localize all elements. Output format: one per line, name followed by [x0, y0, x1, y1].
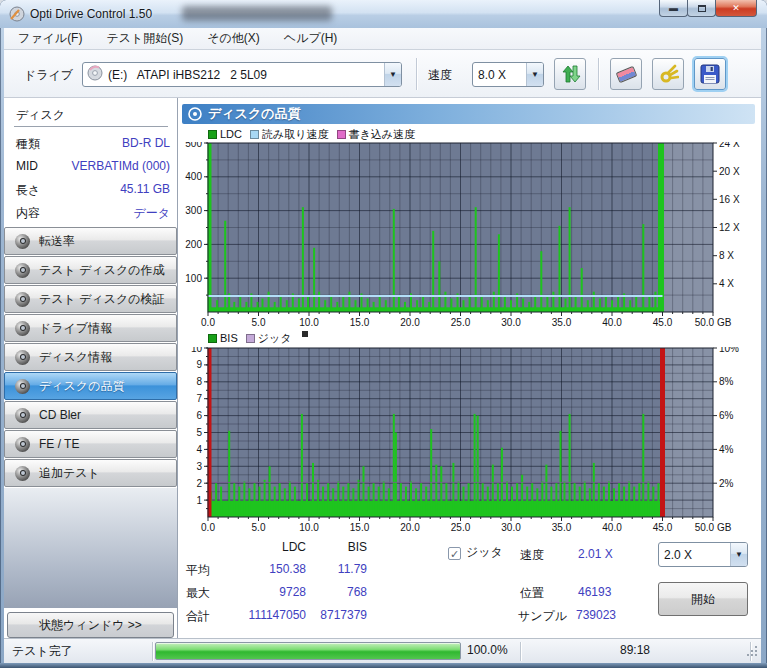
sidebar-item-label: ディスクの品質 [39, 378, 124, 395]
svg-text:10%: 10% [719, 347, 739, 354]
title-blur-smudge [182, 6, 332, 21]
sidebar-item-label: 転送率 [39, 233, 75, 250]
legend-swatch [208, 334, 217, 343]
bis-chart: 123456789102%4%6%8%10%0.05.010.015.020.0… [178, 347, 755, 533]
position-label: 位置 [520, 585, 544, 602]
ldc-max: 9728 [226, 585, 306, 599]
status-window-button[interactable]: 状態ウィンドウ >> [7, 612, 174, 638]
sidebar-item-3[interactable]: ドライブ情報 [4, 314, 177, 342]
svg-text:30.0: 30.0 [501, 522, 521, 533]
row-label-total: 合計 [186, 608, 210, 625]
svg-text:100: 100 [185, 273, 202, 284]
eraser-icon [615, 65, 637, 82]
jitter-checkbox[interactable]: ✓ [448, 547, 461, 560]
maximize-button[interactable] [687, 0, 716, 17]
chevron-down-icon[interactable]: ▼ [526, 63, 543, 86]
speed-label: 速度 [428, 67, 452, 84]
sidebar-item-1[interactable]: テスト ディスクの作成 [4, 256, 177, 284]
svg-text:16 X: 16 X [719, 194, 740, 205]
disc-info-value: 45.11 GB [120, 182, 170, 196]
position-value: 46193 [578, 585, 611, 599]
speed-value: 8.0 X [473, 68, 506, 82]
progress-bar [155, 642, 461, 660]
sidebar: ディスク 種類BD-R DLMIDVERBATIMd (000)長さ45.11 … [4, 98, 178, 638]
window-title: Opti Drive Control 1.50 [30, 7, 152, 21]
sidebar-item-7[interactable]: FE / TE [4, 430, 177, 458]
disc-info-value: BD-R DL [122, 136, 170, 150]
erase-disc-button[interactable] [610, 58, 642, 90]
close-button[interactable]: ✕ [715, 0, 757, 17]
panel-header: ディスクの品質 [182, 104, 755, 124]
svg-text:24 X: 24 X [719, 142, 740, 149]
chevron-down-icon[interactable]: ▼ [384, 63, 401, 86]
test-speed-select[interactable]: 2.0 X ▼ [658, 542, 748, 567]
row-label-max: 最大 [186, 585, 210, 602]
menu-item-2[interactable]: その他(X) [197, 28, 270, 49]
disc-icon [188, 107, 202, 127]
sidebar-item-2[interactable]: テスト ディスクの検証 [4, 285, 177, 313]
legend-item: BIS [208, 332, 238, 344]
svg-text:6%: 6% [719, 410, 734, 421]
sidebar-item-4[interactable]: ディスク情報 [4, 343, 177, 371]
start-button[interactable]: 開始 [658, 582, 748, 616]
legend-item: 読み取り速度 [250, 127, 329, 142]
svg-text:2%: 2% [719, 478, 734, 489]
refresh-button[interactable] [554, 58, 586, 90]
disc-icon [15, 321, 30, 336]
resize-grip[interactable] [747, 646, 758, 660]
sidebar-item-label: 追加テスト [39, 465, 100, 482]
legend-swatch [302, 331, 308, 337]
menu-item-1[interactable]: テスト開始(S) [96, 28, 193, 49]
disc-info-row-2: 長さ45.11 GB [4, 178, 178, 201]
svg-text:15.0: 15.0 [350, 522, 370, 533]
disc-icon [15, 437, 30, 452]
menu-item-0[interactable]: ファイル(F) [8, 28, 92, 49]
sidebar-item-8[interactable]: 追加テスト [4, 459, 177, 487]
drive-value: (E:) ATAPI iHBS212 2 5L09 [103, 68, 267, 82]
sidebar-item-6[interactable]: CD Bler [4, 401, 177, 429]
svg-text:35.0: 35.0 [552, 317, 572, 328]
disc-info-label: 内容 [16, 205, 40, 222]
chevron-down-icon[interactable]: ▼ [730, 543, 747, 566]
svg-text:5.0: 5.0 [252, 317, 266, 328]
sidebar-item-label: ディスク情報 [39, 349, 112, 366]
svg-text:50.0 GB: 50.0 GB [695, 522, 732, 533]
drive-label: ドライブ [24, 67, 73, 84]
legend-swatch [250, 130, 259, 139]
svg-text:4 X: 4 X [719, 278, 734, 289]
sidebar-item-0[interactable]: 転送率 [4, 227, 177, 255]
disc-info-label: 種類 [16, 136, 40, 153]
svg-text:7: 7 [196, 393, 202, 404]
app-window: Opti Drive Control 1.50 ▬ ✕ ファイル(F)テスト開始… [0, 0, 767, 668]
svg-text:8: 8 [196, 376, 202, 387]
svg-text:6: 6 [196, 410, 202, 421]
save-button[interactable] [694, 58, 726, 90]
main-panel: ディスクの品質 LDC読み取り速度書き込み速度 1002003004005004… [178, 98, 761, 638]
legend-swatch [337, 130, 346, 139]
minimize-button[interactable]: ▬ [659, 0, 688, 17]
disc-icon [15, 263, 30, 278]
drive-select[interactable]: (E:) ATAPI iHBS212 2 5L09 ▼ [82, 62, 402, 87]
svg-text:2: 2 [196, 478, 202, 489]
svg-text:0.0: 0.0 [201, 522, 215, 533]
svg-text:4%: 4% [719, 444, 734, 455]
svg-text:1: 1 [196, 495, 202, 506]
col-header-ldc: LDC [226, 540, 306, 554]
sidebar-item-5[interactable]: ディスクの品質 [4, 372, 177, 400]
legend-label: ジッタ [258, 331, 292, 346]
menu-item-3[interactable]: ヘルプ(H) [274, 28, 348, 49]
speed-select[interactable]: 8.0 X ▼ [472, 62, 544, 87]
window-frame-bottom [0, 663, 767, 668]
refresh-icon [559, 63, 581, 85]
eject-button[interactable] [652, 58, 684, 90]
ldc-chart: 1002003004005004 X8 X12 X16 X20 X24 X0.0… [178, 142, 755, 328]
jitter-checkbox-row[interactable]: ✓ジッタ [448, 544, 503, 561]
sample-label: サンプル [518, 608, 567, 625]
status-text: テスト完了 [12, 643, 73, 660]
hand-ok-icon [657, 63, 679, 85]
svg-text:4: 4 [196, 444, 202, 455]
svg-text:50.0 GB: 50.0 GB [695, 317, 732, 328]
elapsed-time: 89:18 [520, 643, 750, 657]
sidebar-item-label: FE / TE [39, 437, 79, 451]
title-bar[interactable]: Opti Drive Control 1.50 ▬ ✕ [0, 0, 767, 28]
